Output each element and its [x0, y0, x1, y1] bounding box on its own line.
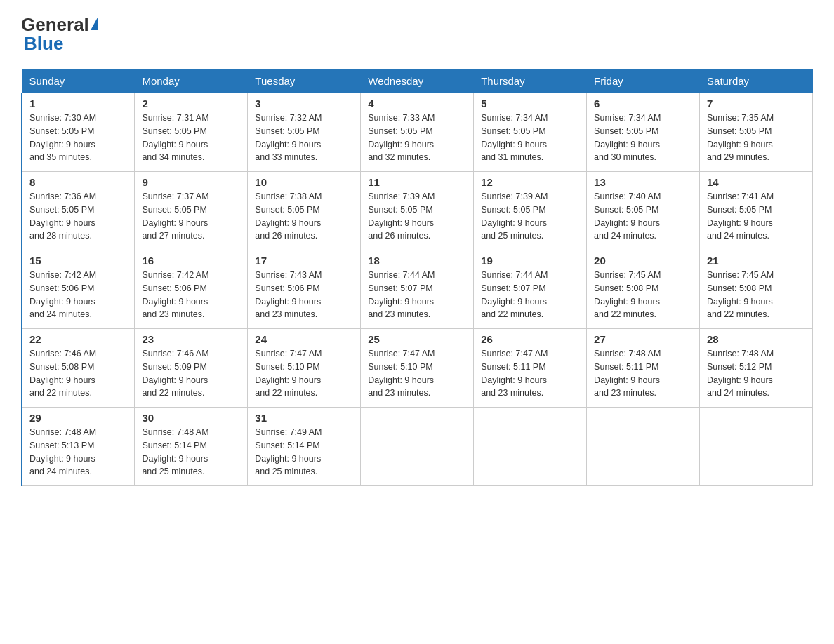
calendar-cell: 10 Sunrise: 7:38 AM Sunset: 5:05 PM Dayl… — [248, 172, 361, 250]
day-number: 6 — [594, 98, 692, 109]
day-info: Sunrise: 7:39 AM Sunset: 5:05 PM Dayligh… — [481, 190, 579, 243]
column-header-wednesday: Wednesday — [361, 69, 474, 93]
calendar-cell: 12 Sunrise: 7:39 AM Sunset: 5:05 PM Dayl… — [474, 172, 587, 250]
day-info: Sunrise: 7:35 AM Sunset: 5:05 PM Dayligh… — [707, 112, 805, 164]
calendar-header-row: SundayMondayTuesdayWednesdayThursdayFrid… — [22, 69, 813, 93]
calendar-cell: 3 Sunrise: 7:32 AM Sunset: 5:05 PM Dayli… — [248, 93, 361, 172]
day-info: Sunrise: 7:49 AM Sunset: 5:14 PM Dayligh… — [255, 426, 353, 478]
calendar-cell — [474, 408, 587, 486]
day-info: Sunrise: 7:38 AM Sunset: 5:05 PM Dayligh… — [255, 190, 353, 243]
calendar-week-row: 8 Sunrise: 7:36 AM Sunset: 5:05 PM Dayli… — [22, 172, 813, 250]
calendar-week-row: 22 Sunrise: 7:46 AM Sunset: 5:08 PM Dayl… — [22, 329, 813, 408]
column-header-sunday: Sunday — [22, 69, 135, 93]
logo-blue-text: Blue — [24, 33, 63, 55]
calendar-cell — [587, 408, 700, 486]
column-header-saturday: Saturday — [700, 69, 813, 93]
day-info: Sunrise: 7:45 AM Sunset: 5:08 PM Dayligh… — [594, 269, 692, 321]
calendar-cell: 21 Sunrise: 7:45 AM Sunset: 5:08 PM Dayl… — [700, 250, 813, 329]
day-number: 28 — [707, 333, 805, 345]
calendar-cell: 14 Sunrise: 7:41 AM Sunset: 5:05 PM Dayl… — [700, 172, 813, 250]
day-number: 26 — [481, 333, 579, 345]
column-header-thursday: Thursday — [474, 69, 587, 93]
calendar-cell: 11 Sunrise: 7:39 AM Sunset: 5:05 PM Dayl… — [361, 172, 474, 250]
day-info: Sunrise: 7:36 AM Sunset: 5:05 PM Dayligh… — [29, 190, 127, 243]
day-info: Sunrise: 7:47 AM Sunset: 5:10 PM Dayligh… — [368, 347, 466, 400]
day-info: Sunrise: 7:30 AM Sunset: 5:05 PM Dayligh… — [29, 112, 127, 164]
calendar-cell: 17 Sunrise: 7:43 AM Sunset: 5:06 PM Dayl… — [248, 250, 361, 329]
day-info: Sunrise: 7:46 AM Sunset: 5:08 PM Dayligh… — [29, 347, 127, 400]
calendar-cell — [700, 408, 813, 486]
day-info: Sunrise: 7:42 AM Sunset: 5:06 PM Dayligh… — [29, 269, 127, 321]
day-number: 13 — [594, 176, 692, 188]
day-number: 29 — [29, 412, 127, 424]
page-header: General Blue — [21, 14, 813, 55]
day-number: 24 — [255, 333, 353, 345]
day-info: Sunrise: 7:42 AM Sunset: 5:06 PM Dayligh… — [142, 269, 240, 321]
day-number: 16 — [142, 255, 240, 267]
day-info: Sunrise: 7:41 AM Sunset: 5:05 PM Dayligh… — [707, 190, 805, 243]
calendar-table: SundayMondayTuesdayWednesdayThursdayFrid… — [21, 69, 813, 486]
calendar-cell: 27 Sunrise: 7:48 AM Sunset: 5:11 PM Dayl… — [587, 329, 700, 408]
calendar-cell: 19 Sunrise: 7:44 AM Sunset: 5:07 PM Dayl… — [474, 250, 587, 329]
logo: General Blue — [21, 14, 98, 55]
day-number: 11 — [368, 176, 466, 188]
logo-triangle-icon — [91, 18, 98, 30]
calendar-cell: 2 Sunrise: 7:31 AM Sunset: 5:05 PM Dayli… — [135, 93, 248, 172]
calendar-cell: 16 Sunrise: 7:42 AM Sunset: 5:06 PM Dayl… — [135, 250, 248, 329]
day-number: 7 — [707, 98, 805, 109]
calendar-cell: 29 Sunrise: 7:48 AM Sunset: 5:13 PM Dayl… — [22, 408, 135, 486]
day-number: 31 — [255, 412, 353, 424]
calendar-cell: 22 Sunrise: 7:46 AM Sunset: 5:08 PM Dayl… — [22, 329, 135, 408]
day-info: Sunrise: 7:31 AM Sunset: 5:05 PM Dayligh… — [142, 112, 240, 164]
day-number: 17 — [255, 255, 353, 267]
day-number: 25 — [368, 333, 466, 345]
calendar-cell: 15 Sunrise: 7:42 AM Sunset: 5:06 PM Dayl… — [22, 250, 135, 329]
calendar-cell: 8 Sunrise: 7:36 AM Sunset: 5:05 PM Dayli… — [22, 172, 135, 250]
day-number: 9 — [142, 176, 240, 188]
calendar-cell: 5 Sunrise: 7:34 AM Sunset: 5:05 PM Dayli… — [474, 93, 587, 172]
calendar-cell: 18 Sunrise: 7:44 AM Sunset: 5:07 PM Dayl… — [361, 250, 474, 329]
day-number: 8 — [29, 176, 127, 188]
calendar-week-row: 15 Sunrise: 7:42 AM Sunset: 5:06 PM Dayl… — [22, 250, 813, 329]
day-number: 22 — [29, 333, 127, 345]
day-info: Sunrise: 7:45 AM Sunset: 5:08 PM Dayligh… — [707, 269, 805, 321]
day-info: Sunrise: 7:32 AM Sunset: 5:05 PM Dayligh… — [255, 112, 353, 164]
calendar-week-row: 29 Sunrise: 7:48 AM Sunset: 5:13 PM Dayl… — [22, 408, 813, 486]
day-number: 27 — [594, 333, 692, 345]
day-number: 1 — [29, 98, 127, 109]
day-info: Sunrise: 7:48 AM Sunset: 5:11 PM Dayligh… — [594, 347, 692, 400]
day-info: Sunrise: 7:47 AM Sunset: 5:10 PM Dayligh… — [255, 347, 353, 400]
day-info: Sunrise: 7:47 AM Sunset: 5:11 PM Dayligh… — [481, 347, 579, 400]
day-number: 5 — [481, 98, 579, 109]
calendar-cell: 25 Sunrise: 7:47 AM Sunset: 5:10 PM Dayl… — [361, 329, 474, 408]
column-header-monday: Monday — [135, 69, 248, 93]
day-info: Sunrise: 7:33 AM Sunset: 5:05 PM Dayligh… — [368, 112, 466, 164]
day-number: 23 — [142, 333, 240, 345]
day-info: Sunrise: 7:39 AM Sunset: 5:05 PM Dayligh… — [368, 190, 466, 243]
column-header-tuesday: Tuesday — [248, 69, 361, 93]
day-info: Sunrise: 7:37 AM Sunset: 5:05 PM Dayligh… — [142, 190, 240, 243]
day-info: Sunrise: 7:44 AM Sunset: 5:07 PM Dayligh… — [368, 269, 466, 321]
calendar-cell: 23 Sunrise: 7:46 AM Sunset: 5:09 PM Dayl… — [135, 329, 248, 408]
day-info: Sunrise: 7:48 AM Sunset: 5:13 PM Dayligh… — [29, 426, 127, 478]
day-number: 18 — [368, 255, 466, 267]
calendar-cell: 6 Sunrise: 7:34 AM Sunset: 5:05 PM Dayli… — [587, 93, 700, 172]
day-number: 19 — [481, 255, 579, 267]
calendar-cell: 31 Sunrise: 7:49 AM Sunset: 5:14 PM Dayl… — [248, 408, 361, 486]
calendar-cell: 30 Sunrise: 7:48 AM Sunset: 5:14 PM Dayl… — [135, 408, 248, 486]
calendar-cell: 28 Sunrise: 7:48 AM Sunset: 5:12 PM Dayl… — [700, 329, 813, 408]
calendar-cell: 24 Sunrise: 7:47 AM Sunset: 5:10 PM Dayl… — [248, 329, 361, 408]
calendar-cell: 20 Sunrise: 7:45 AM Sunset: 5:08 PM Dayl… — [587, 250, 700, 329]
day-number: 3 — [255, 98, 353, 109]
day-number: 14 — [707, 176, 805, 188]
day-number: 2 — [142, 98, 240, 109]
calendar-cell: 26 Sunrise: 7:47 AM Sunset: 5:11 PM Dayl… — [474, 329, 587, 408]
calendar-cell: 4 Sunrise: 7:33 AM Sunset: 5:05 PM Dayli… — [361, 93, 474, 172]
day-number: 12 — [481, 176, 579, 188]
day-info: Sunrise: 7:46 AM Sunset: 5:09 PM Dayligh… — [142, 347, 240, 400]
calendar-cell: 7 Sunrise: 7:35 AM Sunset: 5:05 PM Dayli… — [700, 93, 813, 172]
column-header-friday: Friday — [587, 69, 700, 93]
calendar-week-row: 1 Sunrise: 7:30 AM Sunset: 5:05 PM Dayli… — [22, 93, 813, 172]
day-number: 21 — [707, 255, 805, 267]
day-number: 20 — [594, 255, 692, 267]
